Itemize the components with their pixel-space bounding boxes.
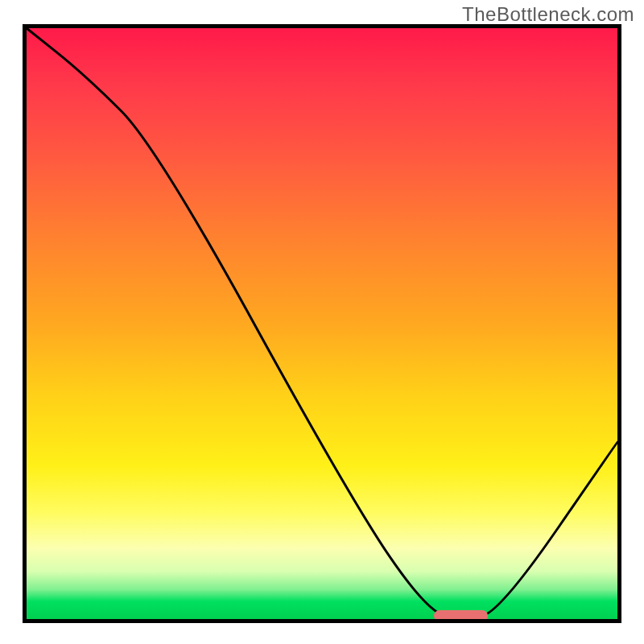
chart-curve-svg xyxy=(27,28,617,619)
bottleneck-curve-path xyxy=(27,28,617,617)
chart-frame xyxy=(23,24,621,623)
watermark-text: TheBottleneck.com xyxy=(462,3,634,26)
optimal-range-marker xyxy=(434,610,487,621)
